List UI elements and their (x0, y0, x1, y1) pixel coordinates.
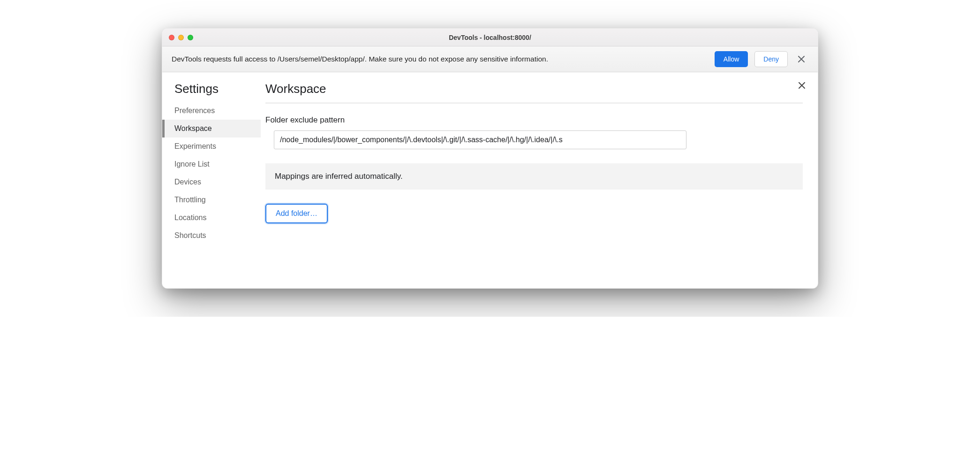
sidebar-item-experiments[interactable]: Experiments (162, 138, 261, 155)
sidebar-item-devices[interactable]: Devices (162, 173, 261, 191)
infobar-close-icon[interactable] (794, 52, 808, 66)
permission-infobar: DevTools requests full access to /Users/… (162, 46, 818, 72)
sidebar-item-locations[interactable]: Locations (162, 209, 261, 227)
settings-sidebar: Settings Preferences Workspace Experimen… (162, 72, 261, 288)
sidebar-item-shortcuts[interactable]: Shortcuts (162, 227, 261, 245)
devtools-window: DevTools - localhost:8000/ DevTools requ… (162, 28, 818, 289)
mappings-info: Mappings are inferred automatically. (265, 163, 803, 190)
exclude-pattern-label: Folder exclude pattern (265, 115, 803, 125)
titlebar: DevTools - localhost:8000/ (162, 29, 818, 46)
settings-title: Settings (162, 82, 261, 102)
deny-button[interactable]: Deny (754, 51, 788, 67)
settings-body: Settings Preferences Workspace Experimen… (162, 72, 818, 288)
add-folder-button[interactable]: Add folder… (265, 204, 328, 223)
settings-main: Workspace Folder exclude pattern Mapping… (261, 72, 818, 288)
sidebar-item-throttling[interactable]: Throttling (162, 191, 261, 209)
sidebar-item-workspace[interactable]: Workspace (162, 120, 261, 138)
page-title: Workspace (265, 82, 803, 103)
allow-button[interactable]: Allow (715, 51, 748, 67)
settings-close-icon[interactable] (796, 80, 807, 91)
sidebar-item-preferences[interactable]: Preferences (162, 102, 261, 120)
exclude-pattern-input[interactable] (274, 130, 686, 149)
infobar-message: DevTools requests full access to /Users/… (172, 55, 708, 63)
sidebar-item-ignore-list[interactable]: Ignore List (162, 155, 261, 173)
window-title: DevTools - localhost:8000/ (162, 34, 818, 41)
